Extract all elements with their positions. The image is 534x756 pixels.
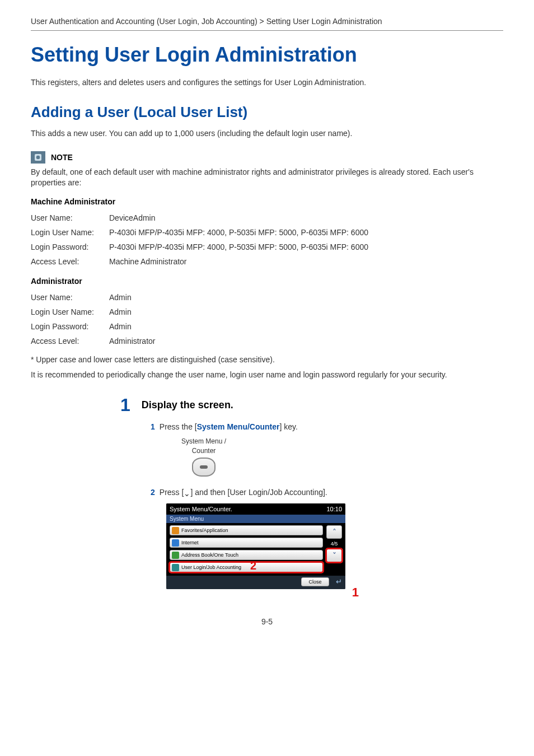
administrator-table: User Name:Admin Login User Name:Admin Lo…: [31, 290, 155, 348]
table-row: Access Level:Administrator: [31, 334, 155, 348]
menu-item-internet[interactable]: Internet: [170, 538, 323, 548]
recommendation: It is recommended to periodically change…: [31, 370, 503, 381]
touch-panel-screenshot: System Menu/Counter. 10:10 System Menu F…: [166, 503, 357, 589]
menu-item-user-login[interactable]: User Login/Job Accounting: [170, 562, 323, 572]
table-row: Login User Name:Admin: [31, 305, 155, 319]
internet-icon: [172, 539, 179, 547]
table-row: User Name:DeviceAdmin: [31, 211, 368, 225]
step-1: 1 Display the screen.: [120, 397, 503, 413]
address-book-icon: [172, 552, 179, 559]
step-number: 1: [120, 397, 130, 413]
substep-number: 1: [151, 422, 155, 431]
table-row: Login Password:P-4030i MFP/P-4035i MFP: …: [31, 240, 368, 254]
key-label-line2: Counter: [173, 447, 235, 455]
chevron-down-icon: ⌄: [184, 489, 190, 498]
favorites-icon: [172, 527, 179, 534]
chevron-down-icon: ˅: [332, 551, 336, 560]
substep-text: Press [⌄] and then [User Login/Job Accou…: [160, 488, 327, 497]
step-title: Display the screen.: [142, 399, 233, 413]
footnote: * Upper case and lower case letters are …: [31, 355, 503, 364]
table-row: Login User Name:P-4030i MFP/P-4035i MFP:…: [31, 225, 368, 240]
table-row: Login Password:Admin: [31, 319, 155, 334]
section-title: Adding a User (Local User List): [31, 104, 503, 121]
breadcrumb: User Authentication and Accounting (User…: [31, 17, 503, 31]
chevron-up-icon: ˄: [332, 528, 336, 536]
callout-1: 1: [352, 585, 359, 600]
table-row: Access Level:Machine Administrator: [31, 254, 368, 269]
substep-1: 1 Press the [System Menu/Counter] key.: [151, 422, 503, 431]
note-icon: [31, 151, 45, 164]
svg-point-1: [36, 156, 40, 160]
menu-item-favorites[interactable]: Favorites/Application: [170, 525, 323, 535]
scroll-down-button[interactable]: ˅: [326, 549, 342, 562]
substep-number: 2: [151, 488, 155, 497]
machine-admin-heading: Machine Administrator: [31, 197, 503, 206]
callout-2: 2: [250, 559, 256, 572]
substep-text: Press the [System Menu/Counter] key.: [160, 422, 298, 431]
table-row: User Name:Admin: [31, 290, 155, 305]
close-button[interactable]: Close: [301, 577, 329, 586]
key-label-line1: System Menu /: [173, 438, 235, 445]
intro-text: This registers, alters and deletes users…: [31, 78, 503, 87]
enter-icon: ↵: [336, 577, 342, 586]
note-label: NOTE: [51, 153, 73, 162]
note-box: NOTE By default, one of each default use…: [31, 151, 503, 188]
panel-title: System Menu/Counter.: [170, 506, 232, 512]
hardware-key-icon: [192, 458, 216, 477]
section-intro: This adds a new user. You can add up to …: [31, 129, 503, 138]
machine-admin-table: User Name:DeviceAdmin Login User Name:P-…: [31, 211, 368, 269]
menu-item-address-book[interactable]: Address Book/One Touch: [170, 550, 323, 560]
document-page: User Authentication and Accounting (User…: [0, 0, 534, 648]
panel-tab: System Menu: [166, 515, 345, 523]
page-indicator: 4/5: [331, 541, 338, 547]
key-name: System Menu/Counter: [197, 422, 280, 431]
note-body: By default, one of each default user wit…: [31, 167, 503, 188]
page-title: Setting User Login Administration: [31, 43, 503, 67]
page-number: 9-5: [31, 617, 503, 626]
panel-time: 10:10: [326, 506, 342, 512]
hardware-key-graphic: System Menu / Counter: [173, 438, 235, 476]
administrator-heading: Administrator: [31, 277, 503, 286]
substep-2: 2 Press [⌄] and then [User Login/Job Acc…: [151, 488, 503, 497]
user-login-icon: [172, 564, 179, 571]
scroll-up-button[interactable]: ˄: [326, 525, 342, 539]
